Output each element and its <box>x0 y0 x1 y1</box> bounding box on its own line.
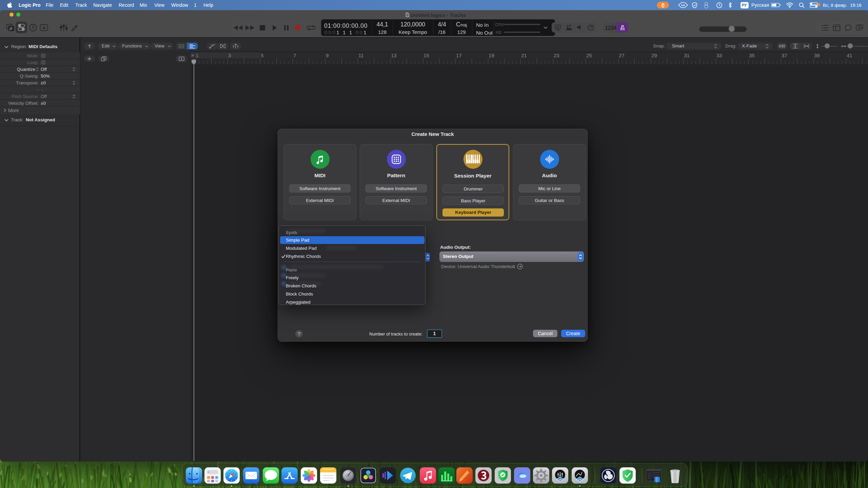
svg-text:UA: UA <box>559 479 562 481</box>
svg-text:UA: UA <box>578 479 581 481</box>
svg-text:?: ? <box>32 25 35 30</box>
svg-text:UA: UA <box>681 4 685 7</box>
